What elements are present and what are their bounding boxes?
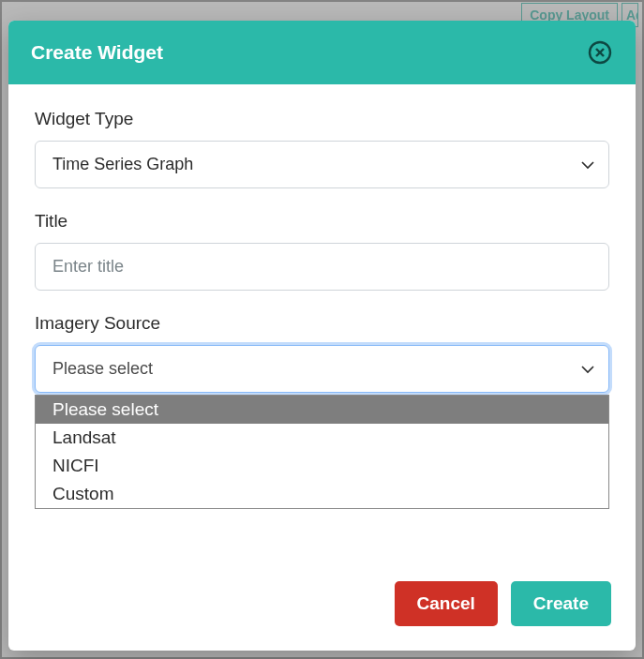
modal-footer: Cancel Create — [8, 564, 636, 651]
widget-type-group: Widget Type Time Series Graph — [35, 109, 609, 188]
widget-type-label: Widget Type — [35, 109, 609, 129]
cancel-button[interactable]: Cancel — [395, 581, 498, 626]
modal-body: Widget Type Time Series Graph Title Imag… — [8, 84, 636, 564]
widget-type-select[interactable]: Time Series Graph — [35, 141, 609, 188]
close-icon — [588, 40, 612, 65]
modal-title: Create Widget — [31, 41, 163, 64]
dropdown-option-custom[interactable]: Custom — [36, 480, 608, 508]
widget-type-value: Time Series Graph — [35, 141, 609, 188]
create-button[interactable]: Create — [511, 581, 611, 626]
title-group: Title — [35, 211, 609, 291]
imagery-source-value: Please select — [35, 345, 609, 393]
imagery-source-select[interactable]: Please select Please select Landsat NICF… — [35, 345, 609, 393]
modal-header: Create Widget — [8, 21, 636, 84]
title-label: Title — [35, 211, 609, 232]
imagery-source-group: Imagery Source Please select Please sele… — [35, 313, 609, 393]
imagery-source-dropdown: Please select Landsat NICFI Custom — [35, 395, 609, 509]
close-button[interactable] — [587, 39, 613, 66]
title-input[interactable] — [35, 243, 609, 291]
imagery-source-label: Imagery Source — [35, 313, 609, 334]
dropdown-option-nicfi[interactable]: NICFI — [36, 452, 608, 480]
dropdown-option-please-select[interactable]: Please select — [36, 396, 608, 424]
create-widget-modal: Create Widget Widget Type Time Series Gr… — [8, 21, 636, 651]
dropdown-option-landsat[interactable]: Landsat — [36, 424, 608, 452]
